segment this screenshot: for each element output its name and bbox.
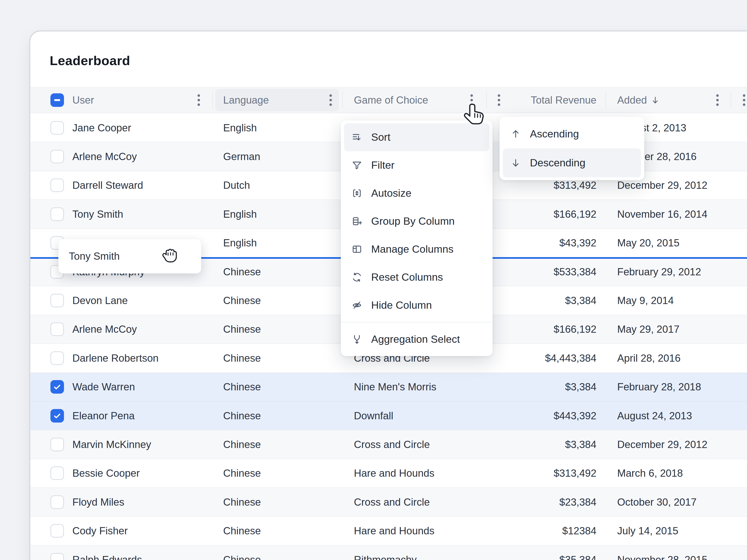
menu-item-label: Ascending <box>530 128 579 140</box>
column-header-total-revenue[interactable]: Total Revenue <box>512 94 596 106</box>
cell-user: Floyd Miles <box>72 496 124 508</box>
row-checkbox[interactable] <box>50 179 64 192</box>
cell-added: February 29, 2012 <box>617 266 701 278</box>
cell-user: Arlene McCoy <box>72 323 137 335</box>
user-column-menu-button[interactable] <box>194 92 203 108</box>
cell-language: Chinese <box>223 352 261 364</box>
cell-game-of-choice: Rithmomachy <box>354 554 417 560</box>
cell-language: Chinese <box>223 381 261 393</box>
row-checkbox[interactable] <box>50 380 64 394</box>
row-checkbox[interactable] <box>50 322 64 336</box>
cell-added: April 28, 2016 <box>617 352 681 364</box>
cell-added: November 28, 2015 <box>617 554 707 560</box>
table-row[interactable]: Bessie CooperChineseHare and Hounds$313,… <box>30 459 747 487</box>
cell-total-revenue: $3,384 <box>512 381 596 393</box>
column-header-added[interactable]: Added <box>617 94 660 106</box>
table-row[interactable]: Marvin McKinneyChineseCross and Circle$3… <box>30 430 747 458</box>
menu-item-manage-columns[interactable]: Manage Columns <box>344 235 489 263</box>
kebab-icon <box>497 94 500 106</box>
row-checkbox[interactable] <box>50 409 64 423</box>
cell-total-revenue: $166,192 <box>512 323 596 335</box>
menu-item-label: Filter <box>371 159 394 171</box>
row-checkbox[interactable] <box>50 208 64 221</box>
row-checkbox[interactable] <box>50 466 64 480</box>
menu-item-autosize[interactable]: Autosize <box>344 179 489 207</box>
cell-added: March 6, 2018 <box>617 468 683 479</box>
hide-column-icon <box>352 300 362 311</box>
cell-game-of-choice: Cross and Circle <box>354 439 430 450</box>
row-checkbox[interactable] <box>50 524 64 538</box>
menu-item-hide-column[interactable]: Hide Column <box>344 291 489 319</box>
cell-total-revenue: $166,192 <box>512 208 596 220</box>
menu-item-group-by-column[interactable]: Group By Column <box>344 207 489 235</box>
cell-language: Chinese <box>223 323 261 335</box>
row-checkbox[interactable] <box>50 496 64 509</box>
cell-game-of-choice: Hare and Hounds <box>354 468 434 479</box>
added-column-menu-button[interactable] <box>713 92 722 108</box>
cell-language: German <box>223 151 260 162</box>
row-checkbox[interactable] <box>50 553 64 560</box>
table-row[interactable]: Eleanor PenaChineseDownfall$443,392Augus… <box>30 401 747 430</box>
cell-user: Eleanor Pena <box>72 410 135 422</box>
cell-total-revenue: $443,392 <box>512 410 596 422</box>
cell-added: November 16, 2014 <box>617 208 707 220</box>
group-by-column-icon <box>352 216 362 226</box>
row-checkbox[interactable] <box>50 121 64 135</box>
cell-total-revenue: $43,392 <box>512 237 596 249</box>
cell-added: August 24, 2013 <box>617 410 692 422</box>
menu-item-filter[interactable]: Filter <box>344 151 489 179</box>
menu-item-reset-columns[interactable]: Reset Columns <box>344 263 489 291</box>
cell-user: Bessie Cooper <box>72 468 140 479</box>
reset-columns-icon <box>352 272 362 283</box>
cell-user: Devon Lane <box>72 295 128 306</box>
column-header-language[interactable]: Language <box>215 89 339 111</box>
cell-added: July 14, 2015 <box>617 525 678 537</box>
table-row[interactable]: Cody FisherChineseHare and Hounds$12384J… <box>30 516 747 545</box>
cell-user: Ralph Edwards <box>72 554 142 560</box>
language-column-label: Language <box>223 94 269 106</box>
menu-item-sort[interactable]: Sort <box>344 123 489 151</box>
row-checkbox[interactable] <box>50 294 64 307</box>
row-checkbox[interactable] <box>50 150 64 163</box>
column-separator <box>486 91 487 109</box>
kebab-icon <box>716 94 719 106</box>
cell-user: Darlene Robertson <box>72 352 158 364</box>
cell-game-of-choice: Hare and Hounds <box>354 525 434 537</box>
cell-total-revenue: $35,384 <box>512 554 596 560</box>
menu-divider <box>341 322 493 322</box>
cell-total-revenue: $3,384 <box>512 295 596 306</box>
cell-language: Chinese <box>223 295 261 306</box>
cell-added: December 29, 2012 <box>617 180 707 191</box>
row-checkbox[interactable] <box>50 351 64 365</box>
cell-language: Chinese <box>223 468 261 479</box>
menu-item-label: Descending <box>530 157 586 169</box>
autosize-icon <box>352 188 362 198</box>
extra-column-menu-button[interactable] <box>739 92 747 108</box>
revenue-column-menu-button[interactable] <box>494 92 504 108</box>
column-separator <box>212 91 213 109</box>
cell-user: Wade Warren <box>72 381 135 393</box>
sort-descending-icon <box>651 96 660 105</box>
drag-ghost-label: Tony Smith <box>69 250 120 262</box>
table-row[interactable]: Ralph EdwardsChineseRithmomachy$35,384No… <box>30 545 747 560</box>
row-checkbox[interactable] <box>50 438 64 451</box>
column-separator <box>606 91 606 109</box>
cell-language: Chinese <box>223 554 261 560</box>
cell-language: Chinese <box>223 496 261 508</box>
menu-item-label: Aggregation Select <box>371 333 460 345</box>
table-row[interactable]: Wade WarrenChineseNine Men's Morris$3,38… <box>30 372 747 401</box>
added-column-label: Added <box>617 94 647 106</box>
cell-user: Tony Smith <box>72 208 123 220</box>
menu-item-aggregation-select[interactable]: Aggregation Select <box>344 325 489 353</box>
language-column-menu-button[interactable] <box>326 92 335 108</box>
menu-item-descending[interactable]: Descending <box>503 149 641 177</box>
menu-item-ascending[interactable]: Ascending <box>503 119 641 149</box>
select-all-checkbox[interactable] <box>50 93 64 107</box>
cell-user: Arlene McCoy <box>72 151 137 162</box>
column-header-game-of-choice[interactable]: Game of Choice <box>354 94 428 106</box>
column-header-user[interactable]: User <box>72 94 94 106</box>
cell-added: December 29, 2012 <box>617 439 707 450</box>
cell-added: May 9, 2014 <box>617 295 674 306</box>
kebab-icon <box>329 94 332 106</box>
table-row[interactable]: Floyd MilesChineseCross and Circle$23,38… <box>30 487 747 516</box>
